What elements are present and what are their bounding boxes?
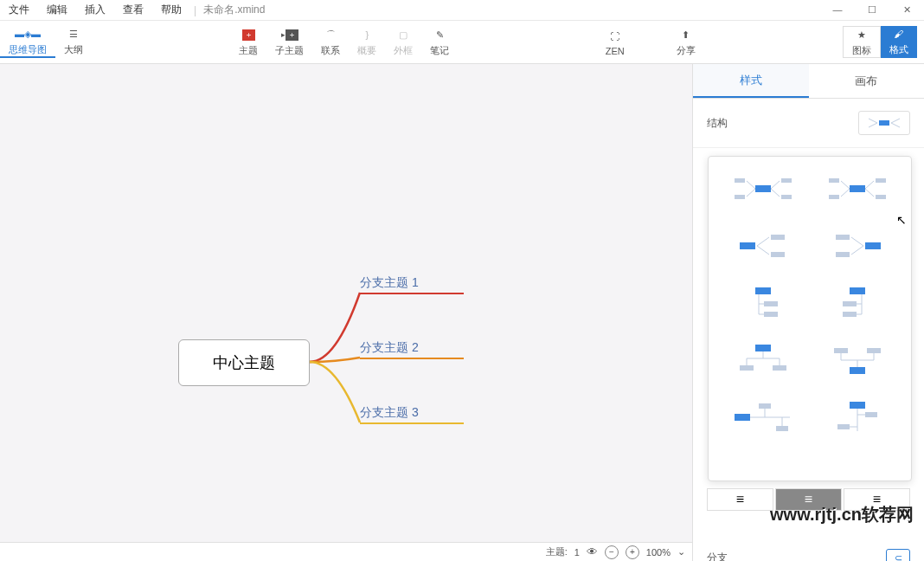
summary-button[interactable]: } 概要 (349, 27, 385, 57)
svg-line-27 (851, 237, 863, 246)
svg-rect-49 (834, 348, 848, 353)
format-label: 格式 (889, 43, 908, 56)
svg-rect-29 (755, 287, 771, 294)
structure-option-org-up[interactable] (813, 339, 901, 382)
menu-divider: | (194, 4, 196, 16)
maximize-button[interactable]: ☐ (855, 4, 889, 16)
structure-section: 结构 (693, 99, 924, 148)
svg-rect-6 (735, 178, 745, 183)
titlebar: 文件 编辑 插入 查看 帮助 | 未命名.xmind — ☐ ✕ (0, 0, 924, 21)
zen-icon: ⛶ (610, 29, 619, 44)
svg-rect-36 (843, 301, 857, 306)
topic-button[interactable]: ＋ 主题 (230, 27, 266, 57)
menu-view[interactable]: 查看 (114, 3, 152, 17)
svg-rect-5 (755, 185, 771, 192)
structure-option-timeline-v[interactable] (813, 396, 901, 439)
format-button[interactable]: 🖌 格式 (881, 26, 917, 58)
boundary-label: 外框 (394, 44, 413, 57)
subtopic-label: 子主题 (275, 44, 304, 57)
svg-line-12 (771, 181, 780, 189)
zoom-dropdown-icon[interactable]: ⌄ (677, 546, 685, 558)
structure-option-logic-right[interactable] (719, 224, 806, 268)
branch-label: 分支 (707, 551, 728, 562)
view-mindmap-label: 思维导图 (9, 43, 47, 56)
window-controls: — ☐ ✕ (820, 4, 924, 16)
relationship-icon: ⌒ (326, 27, 336, 42)
svg-line-1 (869, 119, 877, 123)
branch-topic-3[interactable]: 分支主题 3 (360, 405, 419, 421)
zoom-in-button[interactable]: + (626, 545, 639, 559)
notes-button[interactable]: ✎ 笔记 (421, 27, 458, 57)
visibility-icon[interactable]: 👁 (587, 545, 598, 558)
structure-label: 结构 (707, 116, 728, 131)
zen-button[interactable]: ⛶ ZEN (597, 29, 633, 56)
close-button[interactable]: ✕ (889, 4, 924, 16)
svg-rect-17 (876, 178, 886, 183)
tab-canvas[interactable]: 画布 (809, 64, 925, 98)
branch-style-toggle[interactable]: ⊂ (886, 549, 910, 561)
svg-rect-21 (771, 252, 785, 257)
menu-file[interactable]: 文件 (0, 3, 38, 17)
watermark: www.rjtj.cn软荐网 (770, 503, 914, 526)
star-icon: ★ (857, 27, 866, 42)
share-label: 分享 (677, 44, 696, 57)
view-outline-label: 大纲 (64, 43, 83, 56)
svg-rect-26 (836, 252, 850, 257)
structure-option-tree-left[interactable] (813, 281, 901, 325)
view-mindmap-button[interactable]: ▬◈▬ 思维导图 (0, 26, 55, 58)
share-button[interactable]: ⬆ 分享 (668, 27, 704, 57)
zoom-level[interactable]: 100% (646, 547, 671, 558)
zoom-out-button[interactable]: − (605, 545, 619, 559)
branch-section: 分支 ⊂ (707, 549, 910, 561)
svg-rect-63 (865, 412, 877, 417)
structure-option-logic-left[interactable] (813, 224, 901, 268)
branch-underline-2 (360, 358, 464, 359)
align-left-button[interactable]: ≡ (707, 488, 773, 511)
structure-option-tree-right[interactable] (719, 281, 806, 325)
toolbar: ▬◈▬ 思维导图 ☰ 大纲 ＋ 主题 ▸＋ 子主题 ⌒ 联系 } 概要 ▢ 外框 (0, 21, 924, 64)
structure-option-timeline-h[interactable] (719, 396, 806, 439)
central-topic[interactable]: 中心主题 (178, 339, 310, 386)
branch-topic-2[interactable]: 分支主题 2 (360, 340, 419, 356)
notes-icon: ✎ (436, 27, 444, 42)
subtopic-button[interactable]: ▸＋ 子主题 (266, 27, 312, 57)
canvas[interactable]: 中心主题 分支主题 1 分支主题 2 分支主题 3 (0, 64, 692, 542)
structure-option-balance-clockwise[interactable] (813, 167, 901, 210)
outline-icon: ☰ (69, 26, 78, 42)
svg-rect-20 (771, 235, 785, 240)
branch-underline-1 (360, 293, 464, 294)
menu-insert[interactable]: 插入 (76, 3, 114, 17)
svg-rect-18 (876, 195, 886, 199)
svg-rect-19 (740, 242, 755, 249)
structure-option-org-down[interactable] (719, 339, 806, 382)
svg-rect-55 (735, 414, 750, 421)
relationship-label: 联系 (321, 44, 340, 57)
view-outline-button[interactable]: ☰ 大纲 (55, 26, 92, 58)
svg-rect-37 (843, 312, 857, 317)
svg-line-23 (757, 246, 769, 255)
topic-label: 主题 (239, 44, 258, 57)
menu-edit[interactable]: 编辑 (38, 3, 76, 17)
minimize-button[interactable]: — (820, 4, 855, 16)
svg-rect-7 (735, 195, 745, 199)
branch-topic-1[interactable]: 分支主题 1 (360, 275, 419, 291)
branch-connectors (310, 275, 362, 431)
svg-rect-8 (781, 178, 792, 183)
structure-option-balance[interactable] (719, 167, 806, 210)
boundary-button[interactable]: ▢ 外框 (385, 27, 421, 57)
zen-label: ZEN (606, 46, 625, 56)
topic-count-label: 主题: (546, 545, 568, 558)
svg-line-28 (851, 246, 863, 255)
tab-style[interactable]: 样式 (693, 64, 809, 98)
svg-line-3 (891, 119, 900, 123)
svg-rect-50 (867, 348, 881, 353)
svg-rect-30 (764, 301, 778, 306)
icons-button[interactable]: ★ 图标 (843, 26, 881, 58)
relationship-button[interactable]: ⌒ 联系 (312, 27, 349, 57)
svg-rect-31 (764, 312, 778, 317)
menu-help[interactable]: 帮助 (152, 3, 190, 17)
structure-selector[interactable] (858, 111, 910, 135)
summary-icon: } (365, 27, 369, 42)
svg-line-10 (747, 181, 755, 189)
svg-rect-41 (755, 345, 771, 351)
